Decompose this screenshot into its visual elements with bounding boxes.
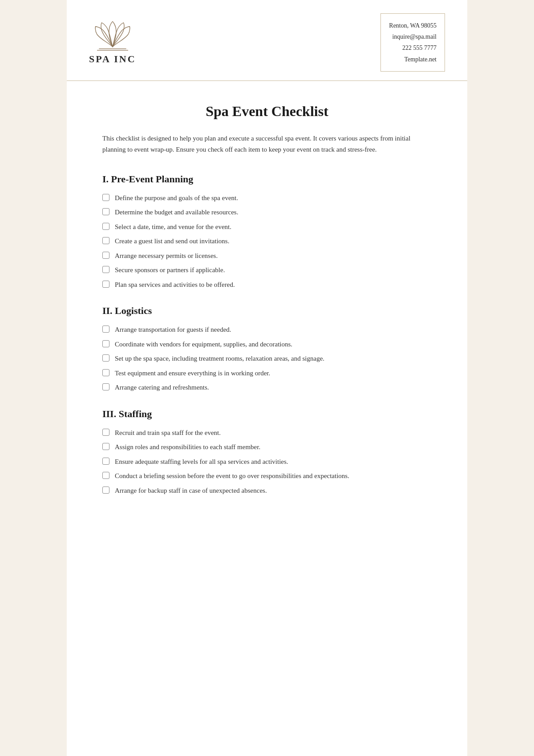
list-item: Arrange necessary permits or licenses.	[102, 251, 432, 261]
document-title: Spa Event Checklist	[102, 103, 432, 120]
page: SPA INC Renton, WA 98055 inquire@spa.mai…	[67, 0, 467, 756]
checkbox[interactable]	[102, 443, 109, 450]
checkbox[interactable]	[102, 383, 109, 390]
checkbox[interactable]	[102, 487, 109, 494]
item-text: Set up the spa space, including treatmen…	[115, 354, 324, 364]
list-item: Plan spa services and activities to be o…	[102, 280, 432, 290]
contact-info: Renton, WA 98055 inquire@spa.mail 222 55…	[380, 13, 445, 72]
logo-text: SPA INC	[89, 53, 136, 65]
item-text: Recruit and train spa staff for the even…	[115, 428, 221, 438]
section-title-2: II. Logistics	[102, 305, 432, 317]
checkbox[interactable]	[102, 252, 109, 259]
item-text: Define the purpose and goals of the spa …	[115, 193, 238, 203]
list-item: Set up the spa space, including treatmen…	[102, 354, 432, 364]
item-text: Arrange necessary permits or licenses.	[115, 251, 218, 261]
item-text: Assign roles and responsibilities to eac…	[115, 442, 260, 452]
item-text: Create a guest list and send out invitat…	[115, 236, 229, 246]
contact-address: Renton, WA 98055	[389, 20, 437, 31]
item-text: Secure sponsors or partners if applicabl…	[115, 265, 225, 275]
list-item: Conduct a briefing session before the ev…	[102, 471, 432, 481]
item-text: Ensure adequate staffing levels for all …	[115, 457, 288, 467]
checklist-pre-event: Define the purpose and goals of the spa …	[102, 193, 432, 290]
list-item: Arrange catering and refreshments.	[102, 382, 432, 393]
checkbox[interactable]	[102, 326, 109, 333]
list-item: Assign roles and responsibilities to eac…	[102, 442, 432, 452]
item-text: Determine the budget and available resou…	[115, 207, 238, 217]
item-text: Test equipment and ensure everything is …	[115, 368, 270, 378]
checkbox[interactable]	[102, 281, 109, 288]
intro-paragraph: This checklist is designed to help you p…	[102, 133, 432, 156]
list-item: Create a guest list and send out invitat…	[102, 236, 432, 246]
list-item: Select a date, time, and venue for the e…	[102, 222, 432, 232]
list-item: Recruit and train spa staff for the even…	[102, 428, 432, 438]
list-item: Arrange transportation for guests if nee…	[102, 325, 432, 335]
list-item: Arrange for backup staff in case of unex…	[102, 486, 432, 496]
checkbox[interactable]	[102, 429, 109, 436]
checklist-staffing: Recruit and train spa staff for the even…	[102, 428, 432, 496]
checkbox[interactable]	[102, 266, 109, 273]
item-text: Arrange transportation for guests if nee…	[115, 325, 231, 335]
item-text: Arrange catering and refreshments.	[115, 382, 209, 393]
checkbox[interactable]	[102, 369, 109, 376]
contact-website: Template.net	[389, 54, 437, 65]
item-text: Conduct a briefing session before the ev…	[115, 471, 349, 481]
list-item: Determine the budget and available resou…	[102, 207, 432, 217]
list-item: Define the purpose and goals of the spa …	[102, 193, 432, 203]
list-item: Secure sponsors or partners if applicabl…	[102, 265, 432, 275]
list-item: Test equipment and ensure everything is …	[102, 368, 432, 378]
contact-phone: 222 555 7777	[389, 42, 437, 53]
main-content: Spa Event Checklist This checklist is de…	[67, 81, 467, 538]
item-text: Coordinate with vendors for equipment, s…	[115, 339, 292, 350]
item-text: Select a date, time, and venue for the e…	[115, 222, 231, 232]
item-text: Plan spa services and activities to be o…	[115, 280, 235, 290]
checkbox[interactable]	[102, 340, 109, 347]
list-item: Ensure adequate staffing levels for all …	[102, 457, 432, 467]
checkbox[interactable]	[102, 223, 109, 230]
section-logistics: II. Logistics Arrange transportation for…	[102, 305, 432, 393]
section-pre-event: I. Pre-Event Planning Define the purpose…	[102, 173, 432, 290]
checkbox[interactable]	[102, 354, 109, 362]
header: SPA INC Renton, WA 98055 inquire@spa.mai…	[67, 0, 467, 81]
section-title-1: I. Pre-Event Planning	[102, 173, 432, 185]
contact-email: inquire@spa.mail	[389, 31, 437, 42]
checkbox[interactable]	[102, 458, 109, 465]
checklist-logistics: Arrange transportation for guests if nee…	[102, 325, 432, 393]
logo-area: SPA INC	[89, 20, 136, 65]
item-text: Arrange for backup staff in case of unex…	[115, 486, 267, 496]
section-staffing: III. Staffing Recruit and train spa staf…	[102, 408, 432, 496]
checkbox[interactable]	[102, 472, 109, 479]
section-title-3: III. Staffing	[102, 408, 432, 420]
lotus-icon	[93, 20, 133, 51]
checkbox[interactable]	[102, 194, 109, 201]
list-item: Coordinate with vendors for equipment, s…	[102, 339, 432, 350]
checkbox[interactable]	[102, 237, 109, 244]
checkbox[interactable]	[102, 208, 109, 215]
